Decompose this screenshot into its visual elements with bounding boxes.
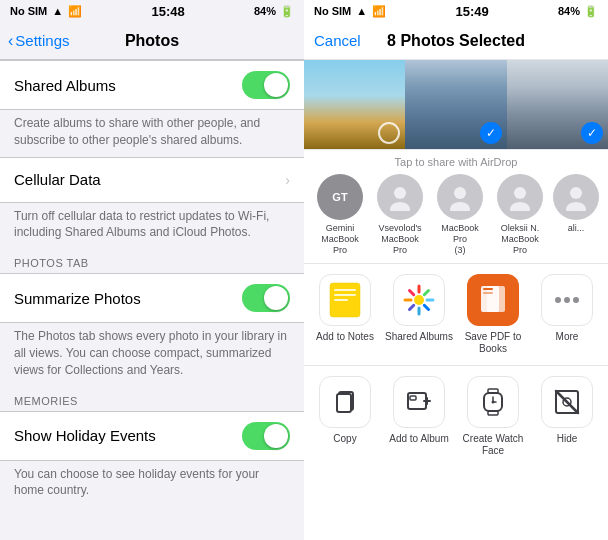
svg-rect-10 [334,294,356,296]
airdrop-person-0[interactable]: GT GeminiMacBook Pro [313,174,367,255]
hide-action[interactable]: Hide [530,376,604,457]
copy-icon [331,388,359,416]
svg-rect-11 [334,299,348,301]
person-name-1: Vsevolod'sMacBook Pro [373,223,427,255]
svg-point-5 [510,202,530,211]
summarize-toggle[interactable] [242,284,290,312]
more-actions-row: Copy Add to Album [304,366,608,467]
summarize-photos-label: Summarize Photos [14,290,141,307]
svg-point-26 [564,297,570,303]
airdrop-person-4[interactable]: ali... [553,174,599,255]
svg-point-7 [566,202,586,211]
more-action-label: More [556,331,579,343]
nav-bar-right: Cancel 8 Photos Selected [304,22,608,60]
photos-tab-section-label: PHOTOS TAB [0,249,304,273]
airdrop-person-1[interactable]: Vsevolod'sMacBook Pro [373,174,427,255]
airdrop-person-3[interactable]: Oleksii N.MacBook Pro [493,174,547,255]
photos-selected-label: Photos Selected [400,32,524,49]
avatar-3 [497,174,543,220]
avatar-4 [553,174,599,220]
settings-list: Shared Albums Create albums to share wit… [0,60,304,540]
signal-icon: ▲ [52,5,63,17]
status-bar-left: No SIM ▲ 📶 15:48 84% 🔋 [0,0,304,22]
section-shared-albums: Shared Albums Create albums to share wit… [0,60,304,157]
shared-albums-action[interactable]: Shared Albums [382,274,456,355]
notes-icon [326,281,364,319]
airdrop-people: GT GeminiMacBook Pro Vsevolod'sMacBook P… [304,174,608,255]
photo-thumb-3[interactable]: ✓ [507,60,608,149]
svg-point-3 [450,202,470,211]
page-title-left: Photos [125,32,179,50]
time-right: 15:49 [455,4,488,19]
left-panel: No SIM ▲ 📶 15:48 84% 🔋 ‹ Settings Photos… [0,0,304,540]
watch-face-action-label: Create Watch Face [456,433,530,457]
add-album-icon [405,388,433,416]
save-pdf-action[interactable]: Save PDF to Books [456,274,530,355]
add-to-notes-action[interactable]: Add to Notes [308,274,382,355]
toggle-knob-holiday [264,424,288,448]
shared-albums-description: Create albums to share with other people… [0,110,304,157]
more-icon-box [541,274,593,326]
photo-thumb-1[interactable] [304,60,405,149]
airdrop-section: Tap to share with AirDrop GT GeminiMacBo… [304,150,608,264]
avatar-2 [437,174,483,220]
svg-rect-9 [334,289,356,291]
avatar-silhouette-1 [386,183,414,211]
battery-left: 84% 🔋 [254,5,294,18]
airdrop-label: Tap to share with AirDrop [304,156,608,174]
right-panel: No SIM ▲ 📶 15:49 84% 🔋 Cancel 8 Photos S… [304,0,608,540]
svg-rect-33 [410,396,416,400]
selection-count: 8 [387,32,396,49]
notes-action-label: Add to Notes [316,331,374,343]
person-name-0: GeminiMacBook Pro [313,223,367,255]
battery-icon-right: 🔋 [584,5,598,18]
selection-check-3: ✓ [581,122,603,144]
shared-albums-action-label: Shared Albums [385,331,453,343]
selection-check-2: ✓ [480,122,502,144]
hide-icon [553,388,581,416]
photos-strip: ✓ ✓ [304,60,608,150]
cellular-data-item[interactable]: Cellular Data › [0,158,304,202]
books-icon-box [467,274,519,326]
airdrop-person-2[interactable]: MacBook Pro(3) [433,174,487,255]
settings-group-shared: Shared Albums [0,60,304,110]
more-action[interactable]: More [530,274,604,355]
avatar-1 [377,174,423,220]
svg-line-19 [424,291,428,295]
carrier-signal-right: No SIM ▲ 📶 [314,5,386,18]
books-icon [476,283,510,317]
battery-right: 84% 🔋 [558,5,598,18]
memories-section-label: MEMORIES [0,387,304,411]
show-holiday-item[interactable]: Show Holiday Events [0,412,304,460]
watch-icon [479,388,507,416]
copy-action[interactable]: Copy [308,376,382,457]
battery-icon-left: 🔋 [280,5,294,18]
back-label[interactable]: Settings [15,32,69,49]
svg-rect-23 [483,288,493,290]
back-button[interactable]: ‹ Settings [8,32,70,50]
photos-icon-box [393,274,445,326]
add-album-action-label: Add to Album [389,433,448,445]
time-left: 15:48 [151,4,184,19]
notes-icon-box [319,274,371,326]
battery-text-right: 84% [558,5,580,17]
cancel-button[interactable]: Cancel [314,32,361,49]
carrier-text-right: No SIM [314,5,351,17]
summarize-photos-item[interactable]: Summarize Photos [0,274,304,322]
shared-albums-toggle[interactable] [242,71,290,99]
more-icon [548,281,586,319]
add-album-action[interactable]: Add to Album [382,376,456,457]
avatar-0: GT [317,174,363,220]
avatar-silhouette-3 [506,183,534,211]
svg-point-27 [573,297,579,303]
shared-albums-item[interactable]: Shared Albums [0,61,304,109]
add-album-icon-box [393,376,445,428]
holiday-toggle[interactable] [242,422,290,450]
carrier-signal-left: No SIM ▲ 📶 [10,5,82,18]
hide-action-label: Hide [557,433,578,445]
settings-group-memories: Show Holiday Events [0,411,304,461]
avatar-silhouette-2 [446,183,474,211]
cellular-data-label: Cellular Data [14,171,101,188]
watch-face-action[interactable]: Create Watch Face [456,376,530,457]
photo-thumb-2[interactable]: ✓ [405,60,506,149]
